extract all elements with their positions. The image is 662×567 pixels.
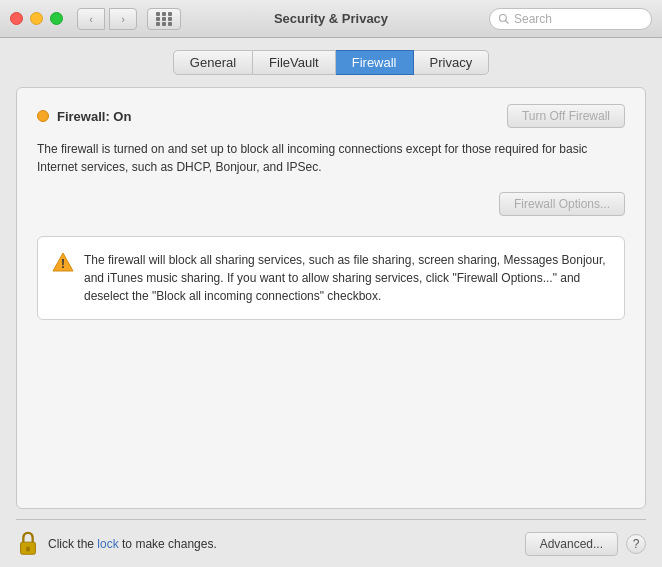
svg-text:!: ! bbox=[61, 257, 65, 271]
bottom-bar: Click the lock to make changes. Advanced… bbox=[16, 519, 646, 567]
svg-point-0 bbox=[500, 14, 507, 21]
search-placeholder: Search bbox=[514, 12, 552, 26]
tab-filevault[interactable]: FileVault bbox=[253, 50, 336, 75]
lock-text-before: Click the bbox=[48, 537, 97, 551]
title-bar: ‹ › Security & Privacy Search bbox=[0, 0, 662, 38]
warning-box: ! The firewall will block all sharing se… bbox=[37, 236, 625, 320]
warning-icon: ! bbox=[52, 251, 74, 273]
firewall-options-row: Firewall Options... bbox=[37, 192, 625, 216]
grid-button[interactable] bbox=[147, 8, 181, 30]
main-content: General FileVault Firewall Privacy Firew… bbox=[0, 38, 662, 567]
back-icon: ‹ bbox=[89, 13, 93, 25]
search-icon bbox=[498, 13, 510, 25]
back-button[interactable]: ‹ bbox=[77, 8, 105, 30]
firewall-status-dot bbox=[37, 110, 49, 122]
window-controls bbox=[10, 12, 63, 25]
tab-firewall[interactable]: Firewall bbox=[336, 50, 414, 75]
window-title: Security & Privacy bbox=[274, 11, 388, 26]
forward-button[interactable]: › bbox=[109, 8, 137, 30]
grid-icon bbox=[156, 12, 173, 26]
tab-privacy[interactable]: Privacy bbox=[414, 50, 490, 75]
svg-rect-5 bbox=[26, 546, 30, 551]
lock-text-after: to make changes. bbox=[119, 537, 217, 551]
firewall-status-row: Firewall: On Turn Off Firewall bbox=[37, 104, 625, 128]
tab-bar: General FileVault Firewall Privacy bbox=[16, 50, 646, 75]
firewall-description: The firewall is turned on and set up to … bbox=[37, 140, 625, 176]
lock-text: Click the lock to make changes. bbox=[48, 537, 217, 551]
lock-link[interactable]: lock bbox=[97, 537, 118, 551]
close-button[interactable] bbox=[10, 12, 23, 25]
help-button[interactable]: ? bbox=[626, 534, 646, 554]
svg-line-1 bbox=[506, 20, 509, 23]
lock-area: Click the lock to make changes. bbox=[16, 530, 217, 558]
minimize-button[interactable] bbox=[30, 12, 43, 25]
maximize-button[interactable] bbox=[50, 12, 63, 25]
advanced-button[interactable]: Advanced... bbox=[525, 532, 618, 556]
warning-text: The firewall will block all sharing serv… bbox=[84, 251, 610, 305]
bottom-right: Advanced... ? bbox=[525, 532, 646, 556]
nav-buttons: ‹ › bbox=[77, 8, 137, 30]
content-panel: Firewall: On Turn Off Firewall The firew… bbox=[16, 87, 646, 509]
forward-icon: › bbox=[121, 13, 125, 25]
firewall-options-button[interactable]: Firewall Options... bbox=[499, 192, 625, 216]
lock-icon bbox=[16, 530, 40, 558]
turn-off-firewall-button[interactable]: Turn Off Firewall bbox=[507, 104, 625, 128]
search-bar[interactable]: Search bbox=[489, 8, 652, 30]
firewall-label: Firewall: On bbox=[37, 109, 131, 124]
tab-general[interactable]: General bbox=[173, 50, 253, 75]
firewall-status-text: Firewall: On bbox=[57, 109, 131, 124]
